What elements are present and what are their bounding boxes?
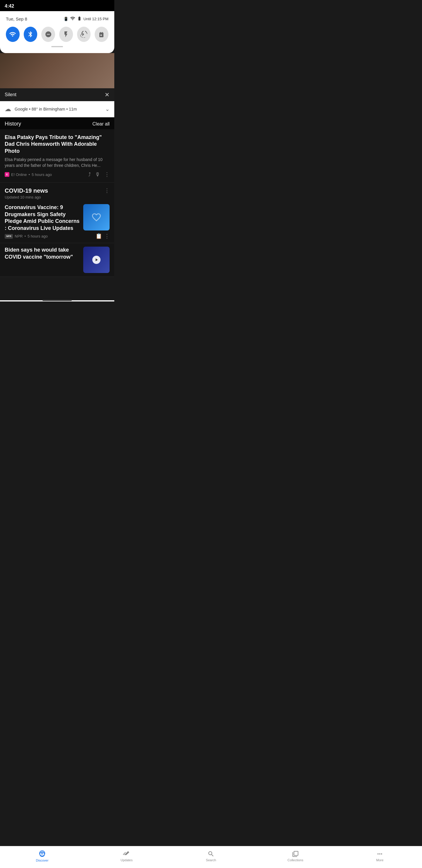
- status-bar: 4:42: [0, 0, 114, 11]
- source-separator: •: [28, 173, 30, 177]
- wifi-status-icon: [70, 16, 75, 22]
- silent-close-button[interactable]: ✕: [105, 91, 109, 98]
- section-title: COVID-19 news: [5, 187, 48, 194]
- quick-settings-buttons: [6, 27, 108, 42]
- npr-source-icon: NPR: [5, 234, 13, 239]
- until-text: Until 12:15 PM: [84, 17, 108, 21]
- section-more-options-icon[interactable]: ⋮: [104, 187, 109, 194]
- source-icon: E: [5, 172, 9, 177]
- history-title: History: [5, 121, 21, 127]
- biden-thumbnail: [83, 247, 109, 273]
- silent-notification: Silent ✕: [0, 88, 114, 101]
- covid-article-more-icon[interactable]: ⋮: [104, 233, 109, 239]
- home-indicator: [0, 300, 114, 302]
- vaccine-thumbnail: [83, 204, 109, 230]
- wifi-toggle-button[interactable]: [6, 27, 20, 42]
- status-time: 4:42: [5, 3, 14, 9]
- quick-settings-panel: Tue, Sep 8 📳 Until 12:15 PM: [0, 11, 114, 53]
- qs-header: Tue, Sep 8 📳 Until 12:15 PM: [6, 16, 108, 22]
- article-time: 5 hours ago: [32, 173, 52, 177]
- history-header: History Clear all: [0, 117, 114, 129]
- play-button[interactable]: [92, 256, 100, 264]
- article-meta: E E! Online • 5 hours ago ⤴ 🎙 ⋮: [5, 171, 109, 178]
- covid-section-header: COVID-19 news Updated 10 mins ago ⋮: [0, 183, 114, 200]
- battery-saver-toggle-button[interactable]: [95, 27, 108, 42]
- covid-article-2[interactable]: Biden says he would take COVID vaccine "…: [0, 243, 114, 277]
- autorotate-toggle-button[interactable]: [77, 27, 91, 42]
- bottom-nav-spacer: [0, 277, 114, 300]
- covid-article-time: 5 hours ago: [28, 234, 48, 239]
- bluetooth-toggle-button[interactable]: [24, 27, 37, 42]
- article-actions: ⤴ 🎙 ⋮: [88, 171, 109, 178]
- covid-article-meta: NPR NPR • 5 hours ago: [5, 234, 80, 239]
- article-description: Elsa Pataky penned a message for her hus…: [5, 157, 109, 168]
- biden-article-text: Biden says he would take COVID vaccine "…: [5, 247, 80, 263]
- article-hero-image: [0, 53, 114, 88]
- article-title: Elsa Pataky Pays Tribute to "Amazing" Da…: [5, 134, 109, 155]
- flashlight-toggle-button[interactable]: [59, 27, 73, 42]
- audio-icon[interactable]: 🎙: [95, 172, 100, 178]
- covid-source-name: NPR: [15, 234, 23, 239]
- qs-date: Tue, Sep 8: [6, 17, 27, 22]
- share-icon[interactable]: ⤴: [88, 172, 91, 178]
- covid-article-source: NPR NPR • 5 hours ago: [5, 234, 48, 239]
- google-notif-left: ☁ Google • 88° in Birmingham • 11m: [5, 105, 77, 113]
- covid-article-title: Coronavirus Vaccine: 9 Drugmakers Sign S…: [5, 204, 80, 232]
- cloud-icon: ☁: [5, 105, 11, 113]
- covid-article-text: Coronavirus Vaccine: 9 Drugmakers Sign S…: [5, 204, 80, 239]
- more-options-icon[interactable]: ⋮: [104, 171, 109, 178]
- news-section: Elsa Pataky Pays Tribute to "Amazing" Da…: [0, 129, 114, 277]
- qs-right-info: 📳 Until 12:15 PM: [64, 16, 108, 22]
- dnd-toggle-button[interactable]: [41, 27, 55, 42]
- notification-expand-button[interactable]: ⌄: [105, 106, 109, 112]
- home-bar: [42, 300, 72, 301]
- article-item[interactable]: Elsa Pataky Pays Tribute to "Amazing" Da…: [0, 129, 114, 183]
- covid-article-1[interactable]: Coronavirus Vaccine: 9 Drugmakers Sign S…: [0, 200, 114, 243]
- section-subtitle: Updated 10 mins ago: [5, 195, 48, 199]
- google-notification[interactable]: ☁ Google • 88° in Birmingham • 11m ⌄: [0, 101, 114, 117]
- battery-icon: [77, 16, 82, 22]
- biden-article-title: Biden says he would take COVID vaccine "…: [5, 247, 80, 260]
- vibrate-icon: 📳: [64, 17, 68, 21]
- source-name: E! Online: [11, 173, 27, 177]
- covid-article-list-icon[interactable]: 📋: [96, 233, 102, 239]
- google-notif-text: Google • 88° in Birmingham • 11m: [15, 107, 77, 112]
- clear-all-button[interactable]: Clear all: [92, 121, 109, 127]
- silent-label: Silent: [5, 92, 17, 97]
- article-source: E E! Online • 5 hours ago: [5, 172, 52, 177]
- drag-handle: [51, 46, 63, 47]
- covid-source-sep: •: [24, 234, 26, 239]
